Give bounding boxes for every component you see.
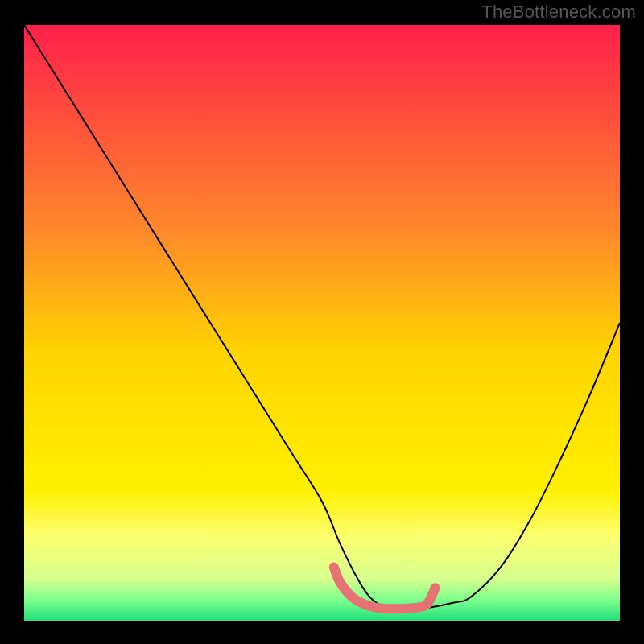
- plot-area: [24, 25, 620, 621]
- gradient-background: [24, 25, 620, 621]
- watermark-text: TheBottleneck.com: [481, 2, 636, 23]
- chart-frame: TheBottleneck.com: [0, 0, 644, 644]
- chart-svg: [24, 25, 620, 621]
